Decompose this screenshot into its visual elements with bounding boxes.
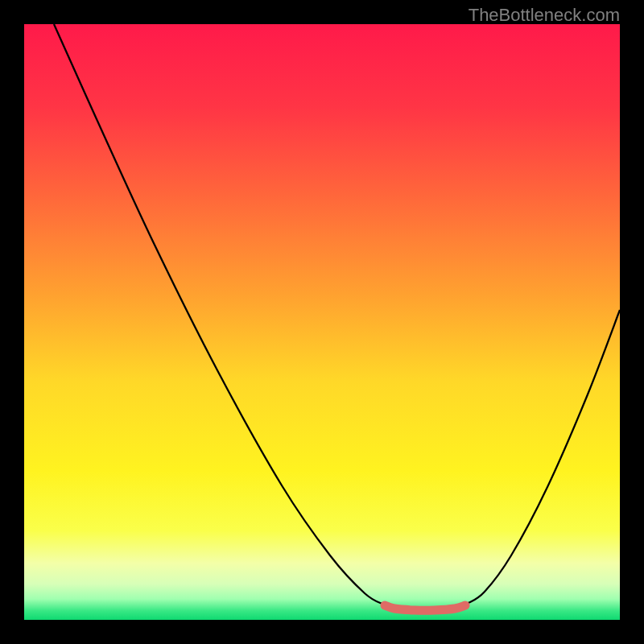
curve-layer — [24, 24, 620, 620]
chart-frame: TheBottleneck.com — [0, 0, 644, 644]
plot-area — [24, 24, 620, 620]
highlight-segment — [385, 605, 465, 610]
bottleneck-curve — [54, 24, 620, 610]
watermark-text: TheBottleneck.com — [469, 5, 620, 26]
